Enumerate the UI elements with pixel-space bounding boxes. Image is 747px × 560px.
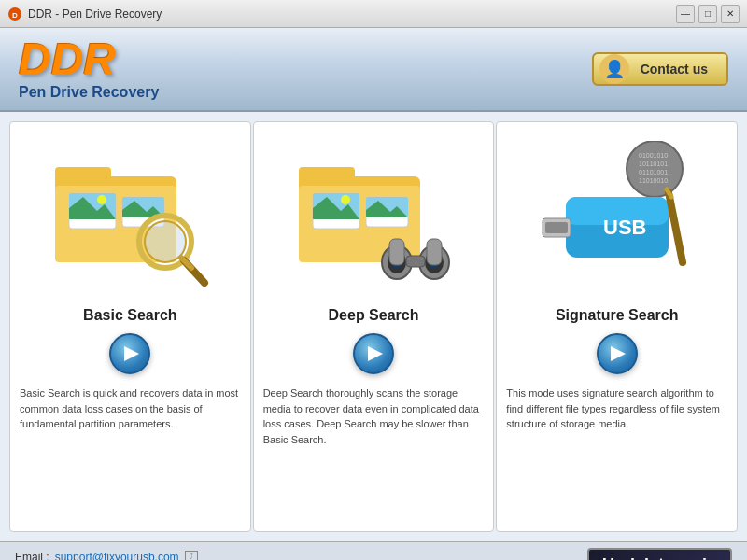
play-icon <box>124 346 139 361</box>
contact-label: Contact us <box>641 62 708 77</box>
svg-line-15 <box>181 258 191 268</box>
signature-search-illustration: 01001010 10110101 01101001 11010010 USB <box>533 141 701 290</box>
svg-text:01101001: 01101001 <box>639 169 668 175</box>
svg-point-8 <box>97 195 106 204</box>
email-link[interactable]: support@fixyourusb.com <box>55 551 179 561</box>
svg-rect-34 <box>427 239 442 265</box>
email-external-icon: ⤴ <box>185 551 198 561</box>
window-controls: — □ ✕ <box>676 5 740 23</box>
svg-point-22 <box>341 195 350 204</box>
svg-text:USB: USB <box>603 216 646 239</box>
main-content: Basic Search Basic Search is quick and r… <box>0 112 747 541</box>
deep-search-card: Deep Search Deep Search thoroughly scans… <box>253 121 495 532</box>
basic-search-icon-area <box>20 132 241 300</box>
minimize-button[interactable]: — <box>676 5 695 23</box>
titlebar: D DDR - Pen Drive Recovery — □ ✕ <box>0 0 747 28</box>
basic-search-play-button[interactable] <box>109 333 150 374</box>
titlebar-text: DDR - Pen Drive Recovery <box>28 7 676 21</box>
contact-icon: 👤 <box>599 54 629 84</box>
deep-search-icon-area <box>263 132 485 300</box>
svg-rect-33 <box>389 239 404 265</box>
deep-search-play-button[interactable] <box>353 333 394 374</box>
signature-search-card: 01001010 10110101 01101001 11010010 USB <box>496 121 738 532</box>
play-icon <box>611 346 626 361</box>
close-button[interactable]: ✕ <box>721 5 740 23</box>
deep-search-description: Deep Search thoroughly scans the storage… <box>263 385 485 447</box>
svg-rect-3 <box>55 167 111 186</box>
logo-area: DDR Pen Drive Recovery <box>19 37 159 101</box>
watermark-badge: Undelete.co.in <box>587 548 732 560</box>
svg-text:10110101: 10110101 <box>639 161 668 167</box>
deep-search-illustration <box>289 141 458 290</box>
svg-rect-32 <box>406 256 425 267</box>
footer: Email : support@fixyourusb.com ⤴ Website… <box>0 541 747 560</box>
signature-search-title: Signature Search <box>556 307 679 324</box>
svg-text:11010010: 11010010 <box>639 177 668 184</box>
footer-links: Email : support@fixyourusb.com ⤴ Website… <box>15 551 225 561</box>
app-icon: D <box>7 7 22 21</box>
svg-rect-17 <box>299 167 355 186</box>
email-label: Email : <box>15 551 49 561</box>
app-subtitle: Pen Drive Recovery <box>19 84 159 101</box>
basic-search-title: Basic Search <box>83 307 177 324</box>
app-logo: DDR <box>19 37 159 82</box>
svg-rect-44 <box>545 222 568 233</box>
maximize-button[interactable]: □ <box>698 5 717 23</box>
svg-text:01001010: 01001010 <box>639 152 668 159</box>
email-row: Email : support@fixyourusb.com ⤴ <box>15 551 225 561</box>
signature-search-icon-area: 01001010 10110101 01101001 11010010 USB <box>506 132 727 300</box>
play-icon <box>368 346 383 361</box>
svg-line-45 <box>669 192 683 262</box>
basic-search-description: Basic Search is quick and recovers data … <box>20 385 241 432</box>
deep-search-title: Deep Search <box>329 307 419 324</box>
svg-text:D: D <box>12 11 18 20</box>
contact-button[interactable]: 👤 Contact us <box>592 52 728 86</box>
cards-container: Basic Search Basic Search is quick and r… <box>9 121 738 532</box>
signature-search-play-button[interactable] <box>597 333 638 374</box>
basic-search-illustration <box>46 141 214 290</box>
header: DDR Pen Drive Recovery 👤 Contact us <box>0 28 747 112</box>
basic-search-card: Basic Search Basic Search is quick and r… <box>9 121 251 532</box>
signature-search-description: This mode uses signature search algorith… <box>506 385 727 432</box>
